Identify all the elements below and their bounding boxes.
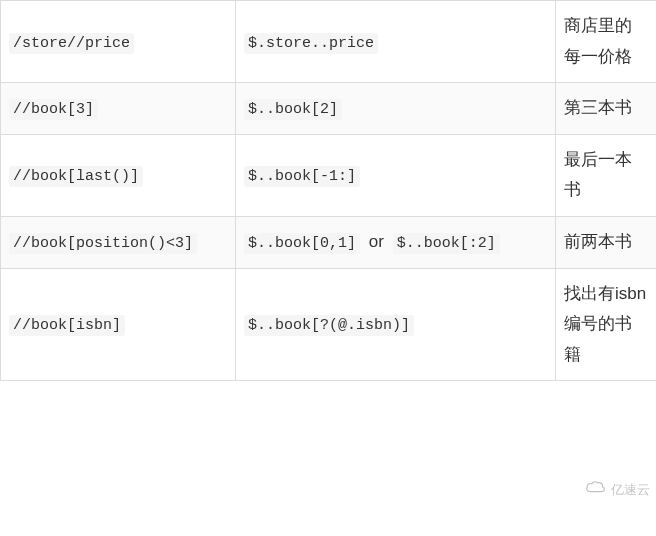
jsonpath-code: $.store..price (244, 33, 378, 54)
jsonpath-code: $..book[?(@.isbn)] (244, 315, 414, 336)
table-row: //book[last()] $..book[-1:] 最后一本书 (1, 134, 657, 216)
table-row: //book[position()<3] $..book[0,1] or $..… (1, 216, 657, 268)
cloud-icon (585, 479, 607, 502)
table-row: //book[isbn] $..book[?(@.isbn)] 找出有isbn编… (1, 268, 657, 381)
table-row: //book[3] $..book[2] 第三本书 (1, 83, 657, 135)
description-cell: 前两本书 (556, 216, 657, 268)
description-cell: 最后一本书 (556, 134, 657, 216)
jsonpath-code: $..book[0,1] (244, 233, 360, 254)
jsonpath-code-alt: $..book[:2] (393, 233, 500, 254)
jsonpath-cell: $.store..price (236, 1, 556, 83)
description-cell: 商店里的每一价格 (556, 1, 657, 83)
jsonpath-code: $..book[-1:] (244, 166, 360, 187)
xpath-code: //book[isbn] (9, 315, 125, 336)
table-row: /store//price $.store..price 商店里的每一价格 (1, 1, 657, 83)
jsonpath-cell: $..book[-1:] (236, 134, 556, 216)
jsonpath-code: $..book[2] (244, 99, 342, 120)
description-cell: 第三本书 (556, 83, 657, 135)
jsonpath-cell: $..book[2] (236, 83, 556, 135)
xpath-code: //book[last()] (9, 166, 143, 187)
watermark-text: 亿速云 (611, 480, 650, 501)
xpath-cell: //book[isbn] (1, 268, 236, 381)
jsonpath-cell: $..book[0,1] or $..book[:2] (236, 216, 556, 268)
xpath-cell: //book[last()] (1, 134, 236, 216)
or-text: or (365, 232, 388, 251)
xpath-code: //book[position()<3] (9, 233, 197, 254)
xpath-code: /store//price (9, 33, 134, 54)
xpath-cell: //book[3] (1, 83, 236, 135)
jsonpath-cell: $..book[?(@.isbn)] (236, 268, 556, 381)
xpath-cell: /store//price (1, 1, 236, 83)
xpath-code: //book[3] (9, 99, 98, 120)
watermark: 亿速云 (585, 479, 650, 502)
syntax-comparison-table: /store//price $.store..price 商店里的每一价格 //… (0, 0, 656, 381)
xpath-cell: //book[position()<3] (1, 216, 236, 268)
description-cell: 找出有isbn编号的书籍 (556, 268, 657, 381)
